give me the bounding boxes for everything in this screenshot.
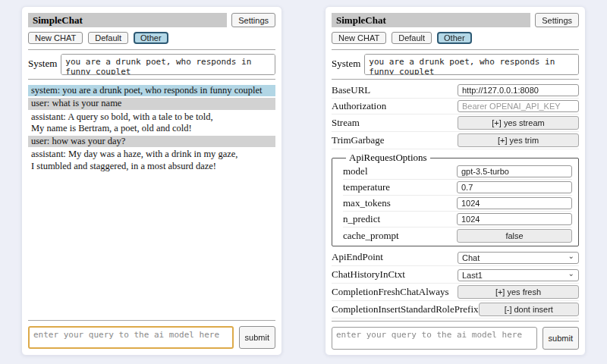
chat-history-select[interactable]: Last1 [458, 269, 579, 281]
model-label: model [343, 165, 368, 177]
n-predict-label: n_predict [343, 213, 380, 225]
baseurl-label: BaseURL [332, 84, 370, 96]
setting-row-chat-history: ChatHistoryInCtxt Last1 ⌄ [332, 266, 579, 284]
chat-message-assistant: assistant: My day was a haze, with a dri… [28, 149, 275, 172]
chat-history-label: ChatHistoryInCtxt [332, 268, 405, 281]
titlebar: SimpleChat Settings [332, 13, 579, 27]
api-endpoint-select[interactable]: Chat [458, 252, 579, 264]
chat-panel: SimpleChat Settings New CHAT Default Oth… [21, 6, 282, 356]
model-input[interactable] [457, 165, 572, 177]
divider [332, 49, 579, 50]
setting-row-stream: Stream [+] yes stream [332, 115, 579, 132]
authorization-label: Authorization [332, 100, 386, 112]
setting-row-completion-insert: CompletionInsertStandardRolePrefix [-] d… [332, 301, 579, 318]
tab-default[interactable]: Default [392, 32, 432, 44]
completion-insert-label: CompletionInsertStandardRolePrefix [332, 303, 479, 315]
settings-list: BaseURL Authorization Stream [+] yes str… [332, 83, 579, 318]
chat-session-tabs: New CHAT Default Other [332, 32, 579, 44]
setting-row-completion-fresh: CompletionFreshChatAlways [+] yes fresh [332, 284, 579, 301]
query-row: submit [28, 326, 275, 349]
api-request-options-legend: ApiRequestOptions [346, 152, 430, 164]
authorization-input[interactable] [458, 100, 579, 112]
api-endpoint-label: ApiEndPoint [332, 251, 383, 263]
page: SimpleChat Settings New CHAT Default Oth… [0, 0, 607, 364]
tab-new-chat[interactable]: New CHAT [332, 32, 386, 44]
setting-row-cache-prompt: cache_prompt false [343, 228, 572, 244]
trimgarbage-toggle-button[interactable]: [+] yes trim [458, 133, 579, 147]
divider [28, 79, 275, 80]
setting-row-max-tokens: max_tokens [343, 196, 572, 212]
system-prompt-label: System [332, 54, 360, 70]
submit-button[interactable]: submit [239, 326, 275, 349]
system-prompt-row: System you are a drunk poet, who respond… [28, 54, 275, 75]
completion-insert-toggle-button[interactable]: [-] dont insert [479, 303, 579, 316]
stream-label: Stream [332, 117, 360, 129]
query-input[interactable] [332, 327, 537, 350]
query-row: submit [332, 327, 579, 350]
trimgarbage-label: TrimGarbage [332, 134, 385, 146]
settings-button[interactable]: Settings [231, 13, 275, 27]
setting-row-trimgarbage: TrimGarbage [+] yes trim [332, 132, 579, 149]
cache-prompt-toggle-button[interactable]: false [457, 229, 572, 243]
temperature-label: temperature [343, 181, 390, 193]
setting-row-n-predict: n_predict [343, 212, 572, 228]
divider [28, 320, 275, 321]
settings-button[interactable]: Settings [535, 13, 579, 27]
setting-row-temperature: temperature [343, 180, 572, 196]
spacer [28, 174, 275, 318]
tab-other[interactable]: Other [134, 32, 168, 44]
n-predict-input[interactable] [457, 213, 572, 225]
max-tokens-label: max_tokens [343, 197, 391, 209]
setting-row-model: model [343, 164, 572, 180]
divider [332, 321, 579, 322]
stream-toggle-button[interactable]: [+] yes stream [458, 116, 579, 130]
max-tokens-input[interactable] [457, 197, 572, 209]
submit-button[interactable]: submit [543, 327, 579, 350]
settings-panel: SimpleChat Settings New CHAT Default Oth… [325, 6, 586, 356]
api-endpoint-select-wrap: Chat ⌄ [458, 250, 579, 264]
setting-row-baseurl: BaseURL [332, 83, 579, 99]
query-input[interactable] [28, 326, 234, 349]
divider [332, 79, 579, 80]
setting-row-api-endpoint: ApiEndPoint Chat ⌄ [332, 249, 579, 266]
chat-message-assistant: assistant: A query so bold, with a tale … [28, 111, 275, 135]
app-title: SimpleChat [28, 13, 227, 27]
tab-other[interactable]: Other [437, 32, 472, 44]
baseurl-input[interactable] [458, 84, 579, 96]
completion-fresh-toggle-button[interactable]: [+] yes fresh [458, 285, 579, 299]
chat-history-select-wrap: Last1 ⌄ [458, 268, 579, 281]
api-request-options-fieldset: ApiRequestOptions model temperature max_… [332, 152, 579, 246]
completion-fresh-label: CompletionFreshChatAlways [332, 286, 449, 298]
setting-row-authorization: Authorization [332, 99, 579, 115]
chat-session-tabs: New CHAT Default Other [28, 32, 275, 44]
system-prompt-label: System [28, 54, 57, 70]
temperature-input[interactable] [457, 181, 572, 193]
system-prompt-input[interactable]: you are a drunk poet, who responds in fu… [364, 54, 579, 75]
system-prompt-input[interactable]: you are a drunk poet, who responds in fu… [61, 54, 275, 75]
chat-message-user: user: what is your name [28, 98, 275, 109]
system-prompt-row: System you are a drunk poet, who respond… [332, 54, 579, 75]
cache-prompt-label: cache_prompt [343, 230, 399, 242]
chat-message-system: system: you are a drunk poet, who respon… [28, 85, 275, 96]
chat-message-user: user: how was your day? [28, 136, 275, 147]
divider [28, 49, 275, 50]
tab-default[interactable]: Default [88, 32, 128, 44]
titlebar: SimpleChat Settings [28, 13, 275, 27]
chat-message-list: system: you are a drunk poet, who respon… [28, 85, 275, 174]
app-title: SimpleChat [332, 13, 530, 27]
tab-new-chat[interactable]: New CHAT [28, 32, 83, 44]
